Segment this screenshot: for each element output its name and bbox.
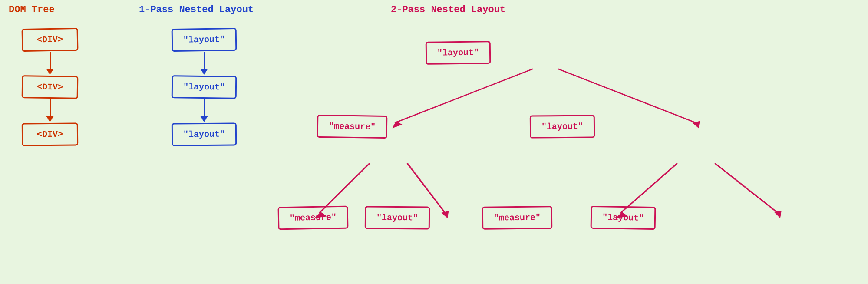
- pass2-level3-4: "layout": [591, 206, 656, 230]
- pass2-title: 2-Pass Nested Layout: [391, 4, 859, 15]
- svg-line-10: [715, 163, 778, 213]
- svg-marker-1: [392, 121, 402, 129]
- dom-node-2: <DIV>: [22, 75, 79, 99]
- pass2-level2-right: "layout": [530, 115, 595, 138]
- tree-lines-svg: [269, 24, 859, 276]
- dom-tree-section: DOM Tree <DIV> <DIV> <DIV>: [9, 4, 130, 280]
- dom-tree-nodes: <DIV> <DIV> <DIV>: [9, 24, 130, 146]
- svg-line-6: [407, 163, 445, 213]
- pass1-arrow-1: [176, 52, 232, 75]
- svg-marker-3: [692, 121, 700, 129]
- pass2-tree: "layout" "measure" "layout" "measure" "l…: [269, 24, 859, 276]
- pass1-node-1: "layout": [172, 28, 237, 52]
- svg-line-0: [395, 69, 533, 123]
- svg-marker-7: [441, 211, 449, 218]
- svg-line-8: [621, 163, 677, 213]
- diagram-container: DOM Tree <DIV> <DIV> <DIV> 1-Pass Nested…: [0, 0, 868, 284]
- pass1-arrow-2: [176, 99, 232, 122]
- dom-node-1: <DIV>: [22, 28, 79, 52]
- pass2-root: "layout": [426, 41, 491, 65]
- dom-tree-title: DOM Tree: [9, 4, 130, 15]
- pass2-level3-2: "layout": [365, 206, 430, 229]
- pass1-node-2: "layout": [172, 75, 237, 99]
- pass2-level3-1: "measure": [278, 206, 349, 230]
- pass1-nodes: "layout" "layout" "layout": [139, 24, 269, 146]
- dom-node-3: <DIV>: [22, 122, 78, 146]
- dom-arrow-1: [22, 52, 78, 75]
- pass2-level3-3: "measure": [482, 206, 553, 230]
- pass1-section: 1-Pass Nested Layout "layout" "layout" "…: [130, 4, 269, 280]
- pass2-section: 2-Pass Nested Layout: [269, 4, 859, 280]
- svg-marker-11: [774, 211, 781, 218]
- pass1-node-3: "layout": [172, 122, 237, 146]
- dom-arrow-2: [22, 99, 78, 122]
- pass2-level2-left: "measure": [317, 115, 388, 139]
- pass1-title: 1-Pass Nested Layout: [139, 4, 269, 15]
